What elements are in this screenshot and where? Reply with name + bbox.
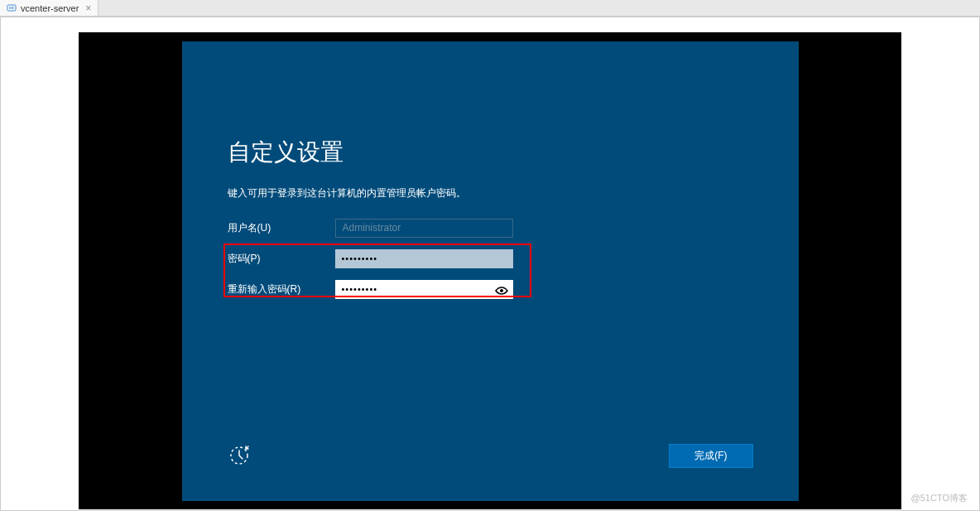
username-input bbox=[335, 219, 513, 238]
page-title: 自定义设置 bbox=[228, 137, 753, 168]
password-row: 密码(P) bbox=[228, 249, 753, 268]
username-row: 用户名(U) bbox=[228, 219, 753, 238]
setup-content: 自定义设置 键入可用于登录到这台计算机的内置管理员帐户密码。 用户名(U) 密码… bbox=[182, 41, 799, 299]
accessibility-icon[interactable] bbox=[228, 444, 251, 467]
tab-bar: vcenter-server × bbox=[0, 0, 980, 17]
instruction-text: 键入可用于登录到这台计算机的内置管理员帐户密码。 bbox=[228, 186, 753, 200]
vm-icon bbox=[7, 3, 17, 13]
console-area: 自定义设置 键入可用于登录到这台计算机的内置管理员帐户密码。 用户名(U) 密码… bbox=[0, 17, 980, 511]
svg-point-2 bbox=[500, 289, 503, 292]
tab-label: vcenter-server bbox=[21, 3, 79, 13]
bottom-bar: 完成(F) bbox=[182, 444, 799, 468]
tab-vcenter[interactable]: vcenter-server × bbox=[0, 0, 98, 16]
password-label: 密码(P) bbox=[228, 252, 335, 266]
tab-close-icon[interactable]: × bbox=[85, 2, 91, 14]
watermark: @51CTO博客 bbox=[911, 492, 968, 504]
windows-setup-screen: 自定义设置 键入可用于登录到这台计算机的内置管理员帐户密码。 用户名(U) 密码… bbox=[182, 41, 799, 501]
confirm-password-row: 重新输入密码(R) bbox=[228, 280, 753, 299]
finish-button[interactable]: 完成(F) bbox=[669, 444, 752, 468]
vm-console: 自定义设置 键入可用于登录到这台计算机的内置管理员帐户密码。 用户名(U) 密码… bbox=[79, 32, 901, 509]
confirm-password-label: 重新输入密码(R) bbox=[228, 282, 335, 296]
confirm-password-input[interactable] bbox=[335, 280, 513, 299]
username-label: 用户名(U) bbox=[228, 221, 335, 235]
password-input[interactable] bbox=[335, 249, 513, 268]
reveal-password-icon[interactable] bbox=[495, 284, 508, 294]
svg-rect-1 bbox=[9, 7, 14, 9]
confirm-password-wrapper bbox=[335, 280, 513, 299]
